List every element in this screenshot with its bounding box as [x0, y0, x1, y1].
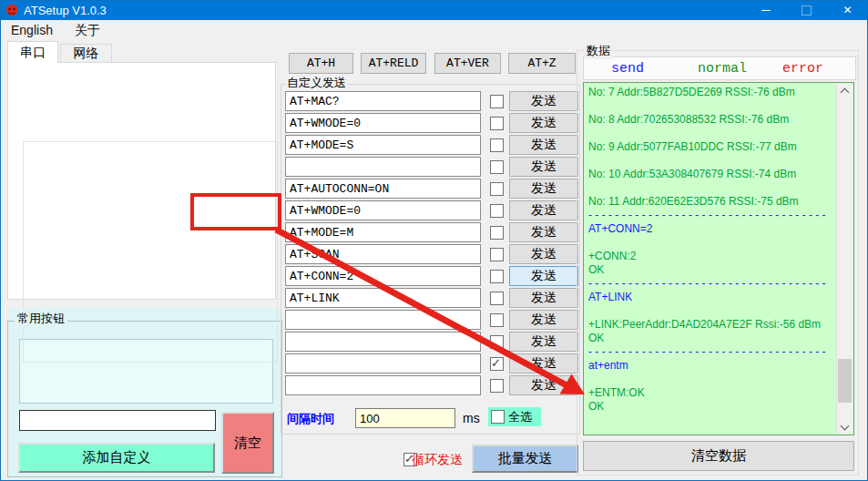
command-input[interactable] [285, 222, 481, 242]
log-line: +ENTM:OK [588, 386, 834, 400]
custom-send-row: 发送 [285, 179, 578, 199]
send-button[interactable]: 发送 [509, 113, 578, 133]
chevron-up-icon [841, 87, 850, 97]
batch-send-button[interactable]: 批量发送 [472, 445, 578, 473]
log-line [588, 99, 834, 113]
menu-english[interactable]: English [0, 20, 64, 40]
log-line: - - - - - - - - - - - - - - - - - - - - … [588, 209, 834, 222]
custom-send-row: 发送 [285, 244, 578, 264]
log-line: OK [588, 332, 834, 345]
command-input[interactable] [285, 288, 481, 308]
send-button[interactable]: 发送 [509, 288, 578, 308]
custom-command-input[interactable] [19, 410, 216, 431]
log-line: - - - - - - - - - - - - - - - - - - - - … [588, 345, 834, 359]
row-checkbox[interactable] [490, 95, 504, 108]
scroll-up-button[interactable] [837, 84, 853, 97]
command-input[interactable] [285, 353, 481, 374]
custom-send-row: 发送 [285, 332, 578, 352]
row-checkbox[interactable] [490, 357, 504, 371]
row-checkbox[interactable] [490, 160, 504, 174]
row-checkbox[interactable] [490, 182, 504, 196]
log-line: AT+CONN=2 [588, 222, 834, 236]
send-button[interactable]: 发送 [509, 179, 578, 199]
command-input[interactable] [285, 332, 481, 352]
row-checkbox[interactable] [490, 292, 504, 305]
serial-tab-page [7, 62, 276, 300]
select-all-checkbox[interactable] [491, 410, 505, 424]
data-legend: sendnormalerror [583, 56, 856, 80]
custom-send-row: 发送 [285, 113, 578, 133]
serial-settings-group [23, 141, 278, 363]
menu-about[interactable]: 关于 [64, 20, 111, 40]
send-button[interactable]: 发送 [509, 135, 578, 155]
custom-send-row: 发送 [285, 200, 578, 220]
command-input[interactable] [285, 266, 481, 286]
row-checkbox[interactable] [490, 204, 504, 218]
chevron-down-icon [841, 421, 850, 430]
custom-send-rows: 发送 发送 发送 发送 发送 发送 发送 发送 发送 发送 [285, 91, 578, 395]
quick-at-button[interactable]: AT+VER [434, 53, 501, 74]
add-custom-button[interactable]: 添加自定义 [18, 443, 215, 473]
send-button[interactable]: 发送 [509, 91, 578, 111]
tab-serial[interactable]: 串口 [7, 41, 58, 63]
maximize-icon [802, 5, 812, 15]
maximize-button[interactable] [786, 0, 827, 20]
scrollbar-thumb[interactable] [838, 359, 852, 403]
tab-network[interactable]: 网络 [60, 44, 112, 63]
command-input[interactable] [285, 91, 481, 111]
window-title: ATSetup V1.0.3 [24, 4, 107, 17]
send-button[interactable]: 发送 [509, 200, 578, 220]
scroll-down-button[interactable] [837, 420, 853, 434]
send-button[interactable]: 发送 [509, 332, 578, 352]
custom-send-title: 自定义发送 [285, 75, 348, 91]
send-button[interactable]: 发送 [509, 353, 578, 374]
row-checkbox[interactable] [490, 313, 504, 327]
log-line [588, 373, 834, 386]
quick-at-button[interactable]: AT+Z [508, 53, 576, 74]
interval-input[interactable] [355, 408, 455, 428]
command-input[interactable] [285, 135, 481, 155]
row-checkbox[interactable] [490, 138, 504, 152]
log-line: No: 11 Addr:620E62E3D576 RSSI:-75 dBm [588, 195, 834, 209]
custom-send-row: 发送 [285, 375, 578, 395]
close-button[interactable]: ✕ [827, 0, 868, 20]
command-input[interactable] [285, 179, 481, 199]
row-checkbox[interactable] [490, 226, 504, 240]
send-button[interactable]: 发送 [509, 375, 578, 395]
command-input[interactable] [285, 200, 481, 220]
interval-unit: ms [463, 411, 480, 425]
row-checkbox[interactable] [490, 335, 504, 349]
send-button[interactable]: 发送 [509, 222, 578, 242]
send-button[interactable]: 发送 [509, 266, 578, 286]
command-input[interactable] [285, 113, 481, 133]
row-checkbox[interactable] [490, 270, 504, 283]
send-button[interactable]: 发送 [509, 310, 578, 330]
quick-at-button[interactable]: AT+RELD [361, 53, 426, 74]
clear-data-button[interactable]: 清空数据 [583, 441, 854, 471]
log-scrollbar[interactable] [836, 84, 853, 434]
row-checkbox[interactable] [490, 117, 504, 130]
log-line: - - - - - - - - - - - - - - - - - - - - … [588, 277, 834, 291]
command-input[interactable] [285, 157, 481, 177]
log-line [588, 304, 834, 318]
row-checkbox[interactable] [490, 248, 504, 261]
custom-send-row: 发送 [285, 288, 578, 308]
data-log[interactable]: No: 7 Addr:5B827D5DE269 RSSI:-76 dBm No:… [583, 82, 854, 435]
custom-send-row: 发送 [285, 266, 578, 286]
app-icon [5, 4, 18, 16]
log-line: +CONN:2 [588, 250, 834, 263]
menu-bar: English 关于 [0, 20, 868, 40]
close-icon: ✕ [842, 4, 852, 16]
command-input[interactable] [285, 310, 481, 330]
row-checkbox[interactable] [490, 379, 504, 393]
log-line: at+entm [588, 359, 834, 373]
send-button[interactable]: 发送 [509, 244, 578, 264]
quick-at-button[interactable]: AT+H [289, 53, 353, 74]
minimize-button[interactable] [745, 0, 786, 20]
clear-button[interactable]: 清空 [221, 412, 274, 474]
send-button[interactable]: 发送 [509, 157, 578, 177]
command-input[interactable] [285, 375, 481, 395]
command-input[interactable] [285, 244, 481, 264]
custom-send-row: 发送 [285, 91, 578, 111]
loop-send-label: 循环发送 [412, 452, 463, 468]
